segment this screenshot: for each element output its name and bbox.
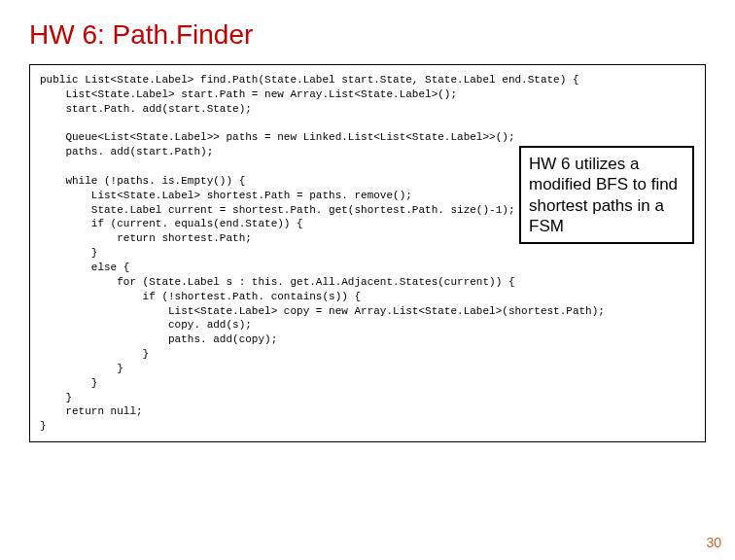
page-number: 30 — [706, 535, 721, 550]
code-block: public List<State.Label> find.Path(State… — [29, 64, 706, 442]
slide-title: HW 6: Path.Finder — [29, 19, 706, 51]
callout-box: HW 6 utilizes a modified BFS to find sho… — [519, 146, 694, 244]
